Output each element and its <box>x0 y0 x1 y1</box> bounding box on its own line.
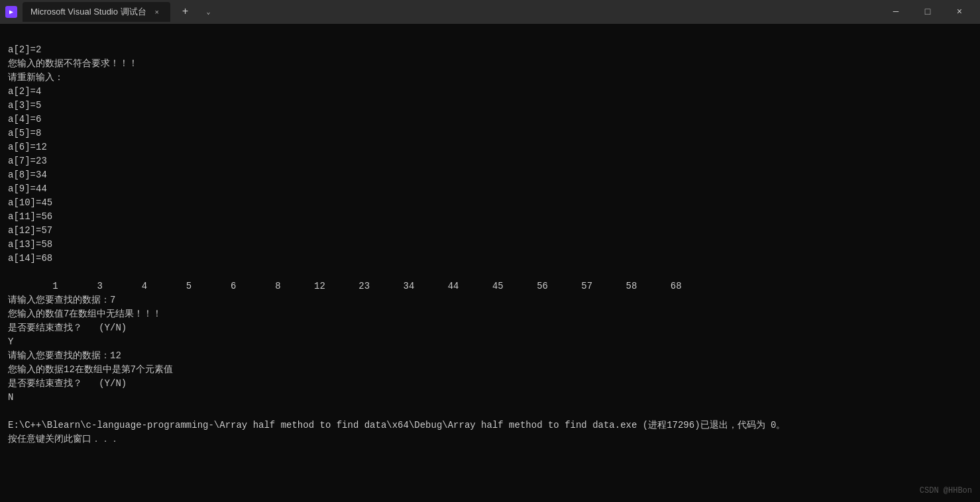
terminal-line: a[13]=58 <box>8 238 972 252</box>
terminal-line: E:\C++\Blearn\c-language-programming-\Ar… <box>8 419 972 432</box>
terminal-line: a[8]=34 <box>8 168 972 182</box>
maximize-button[interactable]: □ <box>912 0 943 24</box>
terminal-output[interactable]: a[2]=2您输入的数据不符合要求！！！请重新输入：a[2]=4a[3]=5a[… <box>0 24 980 502</box>
title-bar: ▶ Microsoft Visual Studio 调试台 × + ⌄ ─ □ … <box>0 0 980 24</box>
terminal-line: a[2]=2 <box>8 43 972 57</box>
terminal-line: 您输入的数据12在数组中是第7个元素值 <box>8 363 972 377</box>
terminal-line: 1 3 4 5 6 8 12 23 34 44 45 56 57 58 68 <box>8 279 972 293</box>
terminal-line: 请重新输入： <box>8 71 972 85</box>
terminal-line: 您输入的数值7在数组中无结果！！！ <box>8 307 972 321</box>
terminal-line: a[3]=5 <box>8 99 972 113</box>
close-button[interactable]: × <box>944 0 975 24</box>
terminal-line: 是否要结束查找？ (Y/N) <box>8 321 972 335</box>
new-tab-button[interactable]: + <box>176 2 195 22</box>
terminal-line: a[2]=4 <box>8 85 972 99</box>
watermark: CSDN @HHBon <box>920 486 972 495</box>
terminal-line: a[10]=45 <box>8 196 972 210</box>
terminal-line: a[11]=56 <box>8 210 972 224</box>
terminal-line: 您输入的数据不符合要求！！！ <box>8 57 972 71</box>
terminal-line: 请输入您要查找的数据：7 <box>8 293 972 307</box>
terminal-line: a[12]=57 <box>8 224 972 238</box>
terminal-line: a[7]=23 <box>8 154 972 168</box>
terminal-line: Y <box>8 335 972 349</box>
terminal-line: 请输入您要查找的数据：12 <box>8 349 972 363</box>
terminal-line: 按任意键关闭此窗口．．． <box>8 432 972 446</box>
terminal-line: 是否要结束查找？ (Y/N) <box>8 377 972 391</box>
terminal-line <box>8 405 972 419</box>
app-icon: ▶ <box>5 6 17 18</box>
tab-close-button[interactable]: × <box>152 7 162 17</box>
terminal-line <box>8 266 972 279</box>
window-controls: ─ □ × <box>881 0 975 24</box>
terminal-line: a[9]=44 <box>8 182 972 196</box>
terminal-line: a[4]=6 <box>8 113 972 126</box>
terminal-line: N <box>8 391 972 405</box>
minimize-button[interactable]: ─ <box>881 0 911 24</box>
terminal-line: a[14]=68 <box>8 252 972 266</box>
tab-title: Microsoft Visual Studio 调试台 <box>30 6 146 18</box>
active-tab[interactable]: Microsoft Visual Studio 调试台 × <box>23 2 170 22</box>
terminal-line: a[6]=12 <box>8 140 972 154</box>
terminal-line: a[5]=8 <box>8 126 972 140</box>
tab-dropdown-button[interactable]: ⌄ <box>201 4 217 20</box>
